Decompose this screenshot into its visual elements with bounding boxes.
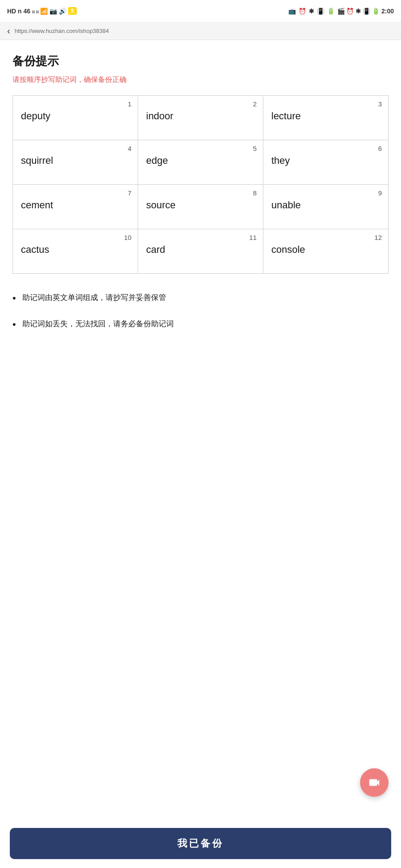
url-bar: ‹ https://www.huzhan.com/ishop38384 [0,22,401,40]
word-text-11: card [144,244,257,256]
page-subtitle: 请按顺序抄写助记词，确保备份正确 [12,75,389,85]
back-button[interactable]: ‹ [7,26,10,36]
bluetooth-icon: ✱ [309,8,314,15]
status-bar: HD n 46 ᵢₗ ᵢₗ 📶 📷 🔊 支 📺 ⏰ ✱ 📳 🔋 🎬 ⏰ ✱ 📳 … [0,0,401,22]
camera-icon-status: 📷 [49,8,57,15]
word-number-4: 4 [19,145,131,152]
main-content: 备份提示 请按顺序抄写助记词，确保备份正确 1deputy2indoor3lec… [0,40,401,868]
word-number-12: 12 [270,234,382,241]
word-number-7: 7 [19,189,131,197]
word-cell-7: 7cement [13,185,138,229]
status-right: 📺 ⏰ ✱ 📳 🔋 🎬 ⏰ ✱ 📳 🔋 2:00 [288,8,394,15]
word-number-1: 1 [19,100,131,108]
word-text-6: they [270,155,382,166]
status-left-text: HD n 46 ᵢₗ ᵢₗ [7,8,38,15]
word-cell-4: 4squirrel [13,140,138,185]
tip-item-2: • 助记词如丢失，无法找回，请务必备份助记词 [12,318,389,332]
vibrate-icon: 📳 [317,8,324,15]
word-text-12: console [270,244,382,256]
word-cell-3: 3lecture [263,96,389,140]
tip-text-1: 助记词由英文单词组成，请抄写并妥善保管 [22,292,166,304]
page-title: 备份提示 [12,53,389,69]
url-text: https://www.huzhan.com/ishop38384 [15,28,109,34]
word-cell-1: 1deputy [13,96,138,140]
word-cell-8: 8source [138,185,263,229]
tip-text-2: 助记词如丢失，无法找回，请务必备份助记词 [22,318,174,330]
nfc-icon: 🔊 [59,8,66,15]
word-number-3: 3 [270,100,382,108]
word-text-8: source [144,199,257,211]
wifi-icon: 📶 [40,8,48,15]
word-cell-2: 2indoor [138,96,263,140]
tip-bullet-1: • [12,292,16,305]
word-cell-9: 9unable [263,185,389,229]
status-left: HD n 46 ᵢₗ ᵢₗ 📶 📷 🔊 支 [7,7,77,15]
word-text-3: lecture [270,110,382,122]
word-cell-5: 5edge [138,140,263,185]
word-number-9: 9 [270,189,382,197]
word-number-5: 5 [144,145,257,152]
battery-icon: 🔋 [327,8,335,15]
bottom-bar: 我已备份 [0,822,401,868]
word-text-10: cactus [19,244,131,256]
word-text-1: deputy [19,110,131,122]
word-text-5: edge [144,155,257,166]
confirm-backup-button[interactable]: 我已备份 [10,828,391,859]
time-display: 🎬 ⏰ ✱ 📳 🔋 2:00 [337,8,394,15]
tip-item-1: • 助记词由英文单词组成，请抄写并妥善保管 [12,292,389,305]
word-grid: 1deputy2indoor3lecture4squirrel5edge6the… [12,95,389,274]
word-text-9: unable [270,199,382,211]
word-text-4: squirrel [19,155,131,166]
word-number-8: 8 [144,189,257,197]
camera-fab-button[interactable] [360,768,389,797]
word-number-6: 6 [270,145,382,152]
word-cell-6: 6they [263,140,389,185]
alarm-icon: ⏰ [299,8,306,15]
video-icon [368,776,381,789]
pay-icon: 支 [68,7,77,15]
word-cell-11: 11card [138,229,263,274]
word-number-11: 11 [144,234,257,241]
tip-bullet-2: • [12,318,16,332]
cast-icon: 📺 [288,8,296,15]
word-text-2: indoor [144,110,257,122]
word-cell-10: 10cactus [13,229,138,274]
word-cell-12: 12console [263,229,389,274]
word-number-2: 2 [144,100,257,108]
word-number-10: 10 [19,234,131,241]
word-text-7: cement [19,199,131,211]
tips-section: • 助记词由英文单词组成，请抄写并妥善保管 • 助记词如丢失，无法找回，请务必备… [12,292,389,332]
